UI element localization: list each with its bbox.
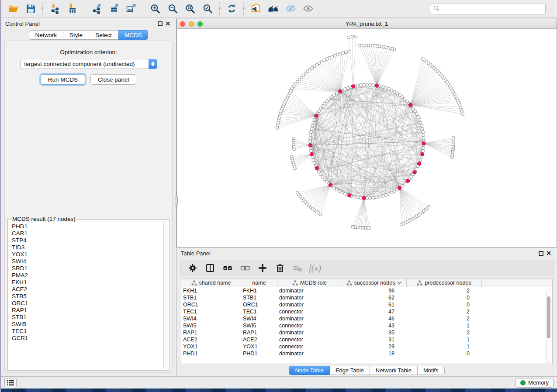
show-column-panel-button[interactable] <box>202 261 218 275</box>
mcds-result-item[interactable]: TEC1 <box>9 328 163 335</box>
tab-mcds[interactable]: MCDS <box>118 30 149 40</box>
table-scrollbar-thumb[interactable] <box>547 296 550 338</box>
table-cell: ORC1 <box>181 302 241 308</box>
result-list-scrollbar[interactable] <box>163 220 168 369</box>
mcds-result-item[interactable]: RAP1 <box>9 307 163 314</box>
column-header-name[interactable]: name <box>241 279 277 287</box>
search-box[interactable] <box>430 3 546 14</box>
export-table-button[interactable] <box>105 2 122 16</box>
tab-node-table[interactable]: Node Table <box>289 366 330 375</box>
tab-motifs[interactable]: Motifs <box>418 366 445 375</box>
mcds-result-item[interactable]: CAR1 <box>9 230 163 237</box>
table-cell: 1 <box>407 323 482 329</box>
export-table-icon <box>108 3 119 14</box>
tab-style[interactable]: Style <box>63 30 89 40</box>
table-row[interactable]: SWI5SWI5connector431 <box>181 322 552 329</box>
mcds-result-item[interactable]: STB1 <box>9 314 163 321</box>
table-cell: connector <box>277 337 342 343</box>
table-row[interactable]: ACE2ACE2connector311 <box>181 336 552 343</box>
mcds-result-item[interactable]: SWI4 <box>9 258 163 265</box>
mcds-result-item[interactable]: STB5 <box>9 293 163 300</box>
column-header-shared-name[interactable]: shared name <box>181 279 241 287</box>
table-cell: 96 <box>342 288 407 294</box>
table-row[interactable]: TEC1TEC1connector472 <box>181 308 552 315</box>
first-neighbors-icon <box>268 3 279 14</box>
table-row[interactable]: RAP1RAP1dominator352 <box>181 329 552 336</box>
search-input[interactable] <box>442 4 542 13</box>
close-panel-button-mcds[interactable]: Close panel <box>90 74 136 85</box>
table-row[interactable]: PHD1PHD1dominator180 <box>181 350 552 357</box>
deselect-all-button[interactable] <box>237 261 253 275</box>
export-network-button[interactable] <box>87 2 105 16</box>
show-all-button[interactable] <box>299 2 317 16</box>
float-table-panel-button[interactable] <box>537 249 545 257</box>
table-row[interactable]: SWI4SWI4dominator462 <box>181 315 552 322</box>
import-table-button[interactable] <box>63 2 81 16</box>
column-header-successor-nodes[interactable]: successor nodes <box>342 279 407 287</box>
mcds-result-item[interactable]: ACE2 <box>9 286 163 293</box>
tab-network[interactable]: Network <box>29 30 64 40</box>
delete-column-button[interactable] <box>272 261 288 275</box>
zoom-selected-button[interactable] <box>199 2 216 16</box>
add-column-icon <box>257 263 268 273</box>
task-history-button[interactable] <box>4 378 17 387</box>
export-network-icon <box>91 3 102 14</box>
memory-button[interactable]: Memory <box>515 378 554 388</box>
zoom-in-icon <box>150 3 161 14</box>
network-canvas[interactable] <box>177 29 557 247</box>
zoom-fit-button[interactable] <box>181 2 199 16</box>
mcds-result-item[interactable]: TID3 <box>9 244 163 251</box>
import-network-button[interactable] <box>46 2 63 16</box>
add-column-button[interactable] <box>255 261 270 275</box>
table-cell: 2 <box>407 288 482 294</box>
table-cell: ACE2 <box>181 337 241 343</box>
zoom-out-button[interactable] <box>164 2 181 16</box>
column-type-icon <box>191 280 197 285</box>
table-toolbar: f(x) <box>180 260 554 276</box>
mcds-result-item[interactable]: STP4 <box>9 237 163 244</box>
mcds-result-item[interactable]: PMA2 <box>9 272 163 279</box>
column-header-MCDS-role[interactable]: MCDS role <box>277 279 342 287</box>
zoom-in-button[interactable] <box>146 2 164 16</box>
mcds-result-item[interactable]: GCR1 <box>9 335 163 342</box>
close-table-panel-button[interactable]: ✕ <box>545 249 553 257</box>
table-row[interactable]: STB1STB1dominator620 <box>181 294 552 301</box>
node-table: shared namenameMCDS rolesuccessor nodesp… <box>181 278 553 364</box>
float-panel-button[interactable] <box>156 20 164 28</box>
list-icon <box>7 380 14 386</box>
close-panel-button[interactable]: ✕ <box>164 20 172 28</box>
first-neighbors-button[interactable] <box>264 2 282 16</box>
table-scrollbar[interactable] <box>546 288 551 363</box>
column-header-predecessor-nodes[interactable]: predecessor nodes <box>407 279 482 287</box>
mcds-result-item[interactable]: SRD1 <box>9 265 163 272</box>
mcds-result-item[interactable]: ORC1 <box>9 300 163 307</box>
table-row[interactable]: YOX1YOX1connector291 <box>181 343 552 350</box>
select-all-button[interactable] <box>220 261 235 275</box>
export-image-button[interactable] <box>122 2 140 16</box>
optimization-criterion-dropdown[interactable]: largest connected component (undirected) <box>20 59 157 69</box>
hide-selected-button[interactable] <box>282 2 299 16</box>
column-settings-button[interactable] <box>185 261 201 275</box>
run-mcds-button[interactable]: Run MCDS <box>41 74 85 85</box>
table-cell: dominator <box>277 288 342 294</box>
open-file-button[interactable] <box>4 2 22 16</box>
table-cell: 0 <box>407 295 482 301</box>
desktop-wallpaper-strip <box>1 389 557 392</box>
tab-select[interactable]: Select <box>89 30 118 40</box>
mcds-result-item[interactable]: SWI5 <box>9 321 163 328</box>
tab-edge-table[interactable]: Edge Table <box>330 366 370 375</box>
tab-network-table[interactable]: Network Table <box>370 366 418 375</box>
table-row[interactable]: FKH1FKH1dominator962 <box>181 287 552 294</box>
network-graph[interactable] <box>177 29 557 247</box>
mcds-result-item[interactable]: PHD1 <box>9 223 163 230</box>
clone-network-button[interactable] <box>247 2 264 16</box>
table-row[interactable]: ORC1ORC1dominator610 <box>181 301 552 308</box>
toolbar-separator <box>219 3 220 15</box>
save-session-button[interactable] <box>22 2 39 16</box>
panel-splitter-handle[interactable] <box>175 196 178 206</box>
mcds-result-item[interactable]: YOX1 <box>9 251 163 258</box>
destroy-table-icon <box>292 263 303 273</box>
mcds-result-item[interactable]: FKH1 <box>9 279 163 286</box>
table-cell: ORC1 <box>241 302 277 308</box>
refresh-view-button[interactable] <box>223 2 240 16</box>
